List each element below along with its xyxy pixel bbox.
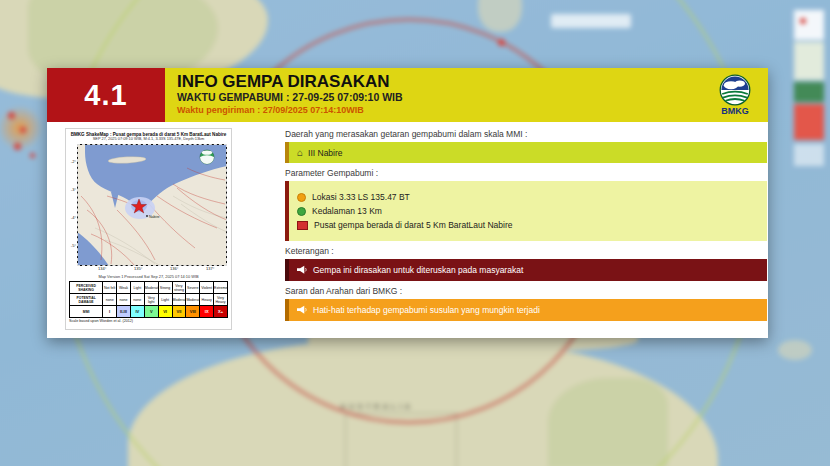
bmkg-logo-text: BMKG (721, 107, 749, 116)
saran-text: Hati-hati terhadap gempabumi susulan yan… (313, 305, 540, 315)
x-tick: 135° (134, 266, 142, 271)
x-tick: 137° (206, 266, 214, 271)
bmkg-logo: BMKG (706, 68, 768, 122)
y-tick: -5° (69, 243, 76, 248)
y-tick: -4° (69, 215, 76, 220)
mmi-felt-box: ⌂ III Nabire (285, 142, 767, 163)
shakemap-map: Nabire -2° -3° -4° -5° (77, 144, 227, 266)
report-content: Daerah yang merasakan getaran gempabumi … (285, 124, 767, 321)
card-body: BMKG ShakeMap : Pusat gempa berada di da… (47, 122, 768, 338)
epicenter-icon (297, 221, 308, 230)
saran-box: Hati-hati terhadap gempabumi susulan yan… (285, 299, 767, 321)
sent-time: Waktu pengiriman : 27/09/2025 07:14:10WI… (177, 105, 696, 115)
y-tick: -2° (69, 159, 76, 164)
mmi-felt-value: III Nabire (308, 148, 343, 158)
table-row-shaking: PERCEIVED SHAKING Not felt Weak Light Mo… (70, 282, 228, 294)
magnitude-value: 4.1 (84, 79, 127, 112)
map-version: Map Version 1 Processed Sat Sep 27, 2025… (69, 274, 228, 279)
parameter-epicenter-text: Pusat gempa berada di darat 5 Km BaratLa… (314, 220, 512, 230)
shakemap-svg: Nabire (77, 144, 227, 266)
megaphone-icon (297, 265, 307, 275)
parameter-location: Lokasi 3.33 LS 135.47 BT (297, 192, 759, 202)
page-title: INFO GEMPA DIRASAKAN (177, 73, 696, 91)
parameter-box: Lokasi 3.33 LS 135.47 BT Kedalaman 13 Km… (285, 181, 767, 241)
x-tick: 134° (98, 266, 106, 271)
parameter-depth-text: Kedalaman 13 Km (312, 206, 382, 216)
saran-section-label: Saran dan Arahan dari BMKG : (285, 286, 767, 296)
y-tick: -3° (69, 187, 76, 192)
parameter-epicenter: Pusat gempa berada di darat 5 Km BaratLa… (297, 220, 759, 230)
x-tick: 136° (170, 266, 178, 271)
bmkg-logo-icon (719, 74, 751, 106)
parameter-section-label: Parameter Gempabumi : (285, 168, 767, 178)
keterangan-text: Gempa ini dirasakan untuk diteruskan pad… (313, 265, 523, 275)
magnitude-badge: 4.1 (47, 68, 165, 122)
scale-note: Scale based upon Worden et al. (2012) (69, 319, 228, 323)
megaphone-icon (297, 305, 307, 315)
info-card: 4.1 INFO GEMPA DIRASAKAN WAKTU GEMPABUMI… (47, 68, 768, 338)
keterangan-box: Gempa ini dirasakan untuk diteruskan pad… (285, 259, 767, 281)
screenshot-stage: AUSTRALIA 4. (0, 0, 830, 466)
depth-icon (297, 207, 306, 216)
shakemap-subtitle: SEP 27, 2025 07:09:10 WIB, M:4.1, 3.33S … (69, 137, 228, 142)
table-row-mmi: MMI I II-III IV V VI VII VIII IX X+ (70, 306, 228, 318)
keterangan-section-label: Keterangan : (285, 246, 767, 256)
shakemap-panel: BMKG ShakeMap : Pusat gempa berada di da… (65, 128, 232, 330)
header-titles: INFO GEMPA DIRASAKAN WAKTU GEMPABUMI : 2… (165, 68, 706, 122)
parameter-location-text: Lokasi 3.33 LS 135.47 BT (312, 192, 410, 202)
parameter-depth: Kedalaman 13 Km (297, 206, 759, 216)
card-header: 4.1 INFO GEMPA DIRASAKAN WAKTU GEMPABUMI… (47, 68, 768, 122)
quake-time: WAKTU GEMPABUMI : 27-09-25 07:09:10 WIB (177, 91, 696, 103)
home-icon: ⌂ (297, 148, 303, 158)
intensity-scale-table: PERCEIVED SHAKING Not felt Weak Light Mo… (69, 281, 228, 318)
mmi-section-label: Daerah yang merasakan getaran gempabumi … (285, 129, 767, 139)
focal-mechanism-icon (200, 150, 214, 164)
location-icon (297, 193, 306, 202)
city-label-nabire: Nabire (149, 215, 160, 219)
x-axis: 134° 135° 136° 137° (77, 266, 227, 272)
table-row-damage: POTENTIAL DAMAGE none none none Very lig… (70, 294, 228, 306)
